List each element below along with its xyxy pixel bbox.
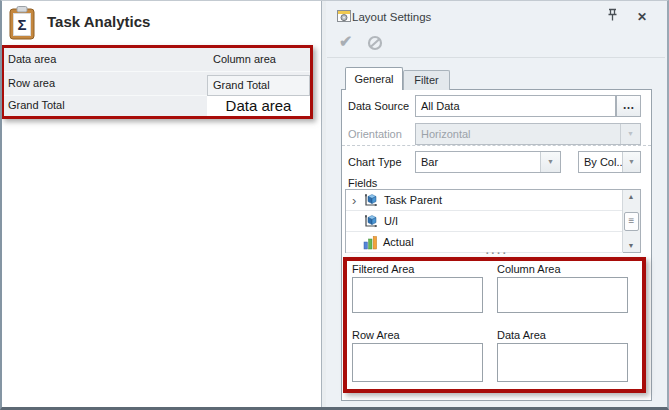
apply-button[interactable]: ✔ (339, 32, 352, 51)
toolbar-separator (327, 57, 665, 58)
field-label: Task Parent (384, 194, 442, 206)
clipboard-sigma-icon: Σ (8, 5, 36, 41)
chevron-down-icon[interactable]: ▼ (622, 152, 640, 172)
scroll-down-icon[interactable]: ▼ (623, 242, 639, 249)
data-source-input[interactable]: All Data (415, 95, 616, 117)
field-row-ui[interactable]: U/I (346, 211, 623, 232)
data-area-box[interactable] (497, 343, 628, 382)
tab-filter[interactable]: Filter (403, 70, 450, 90)
orientation-label: Orientation (348, 128, 402, 140)
dimension-axis-icon (363, 192, 379, 208)
tab-general[interactable]: General (345, 67, 403, 90)
area-splitter-handle[interactable]: ···· (455, 247, 539, 259)
filtered-area-label: Filtered Area (352, 263, 414, 275)
chart-type-label: Chart Type (348, 156, 402, 168)
close-icon: ✕ (637, 10, 647, 24)
pin-icon (607, 8, 618, 22)
pivot-data-value-cell[interactable]: Data area (207, 96, 310, 116)
orientation-combo: Horizontal ▼ (415, 123, 641, 145)
pivot-grand-total-row-header[interactable]: Grand Total (8, 99, 65, 111)
field-row-task-parent[interactable]: › Task Parent (346, 190, 623, 211)
cancel-button[interactable] (367, 35, 383, 51)
pivot-row-area-cell[interactable]: Row area (8, 77, 55, 89)
data-source-browse-button[interactable]: … (616, 95, 641, 117)
chart-type-combo[interactable]: Bar ▼ (415, 151, 561, 173)
filtered-area-box[interactable] (352, 277, 483, 313)
layout-settings-icon (337, 9, 351, 23)
pin-button[interactable] (604, 8, 620, 24)
dimension-axis-icon (363, 213, 379, 229)
close-button[interactable]: ✕ (635, 10, 649, 24)
check-icon: ✔ (339, 33, 352, 50)
page-title: Task Analytics (47, 13, 150, 30)
bar-chart-icon (363, 235, 378, 250)
section-divider (342, 145, 651, 146)
app-window: Σ Task Analytics Data area Column area R… (0, 0, 669, 410)
scrollbar-thumb[interactable]: ≡ (624, 212, 639, 231)
ellipsis-icon: … (623, 98, 635, 112)
svg-text:Σ: Σ (17, 16, 26, 33)
data-area-label: Data Area (497, 329, 546, 341)
thumb-grip-icon: ≡ (629, 215, 635, 226)
field-label: Actual (383, 236, 414, 248)
pivot-header-row: Data area Column area (4, 48, 310, 72)
row-area-label: Row Area (352, 329, 400, 341)
column-area-box[interactable] (497, 277, 628, 313)
scroll-up-icon[interactable]: ▲ (623, 193, 639, 200)
chevron-down-icon[interactable]: ▼ (540, 152, 560, 172)
fields-scrollbar[interactable]: ▲ ≡ ▼ (622, 190, 640, 252)
pivot-column-area-cell[interactable]: Column area (213, 53, 276, 65)
row-area-box[interactable] (352, 343, 483, 382)
data-source-label: Data Source (348, 100, 409, 112)
field-label: U/I (384, 215, 398, 227)
chart-by-combo[interactable]: By Col... ▼ (578, 151, 641, 173)
pivot-grand-total-column-header[interactable]: Grand Total (207, 75, 310, 96)
fields-label: Fields (348, 177, 377, 189)
fields-list: › Task Parent (345, 189, 641, 253)
layout-settings-title: Layout Settings (352, 11, 431, 23)
column-area-label: Column Area (497, 263, 561, 275)
pivot-data-area-cell[interactable]: Data area (8, 53, 56, 65)
expander-icon[interactable]: › (352, 195, 363, 206)
blocked-icon (369, 37, 381, 49)
chevron-down-icon: ▼ (620, 124, 640, 144)
